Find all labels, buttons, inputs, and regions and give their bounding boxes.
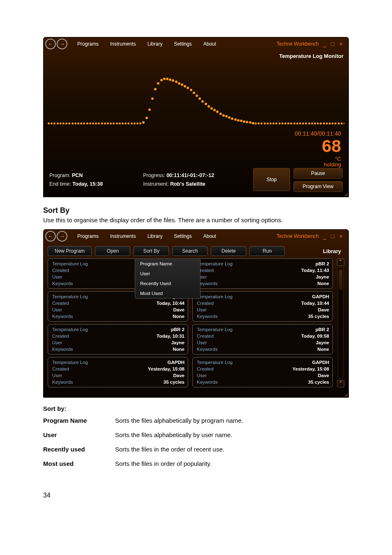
program-card[interactable]: Temperature LogGAPDHCreatedYesterday, 15… bbox=[192, 357, 333, 387]
definition-desc: Sorts the files in order of popularity. bbox=[115, 460, 212, 467]
menu-settings[interactable]: Settings bbox=[174, 233, 191, 239]
chart-dot bbox=[89, 122, 91, 124]
run-button[interactable]: Run bbox=[249, 246, 285, 256]
nav-back-button[interactable]: ← bbox=[45, 231, 56, 242]
chart-dot bbox=[314, 122, 316, 124]
nav-back-button[interactable]: ← bbox=[45, 39, 56, 49]
card-title: pBR 2 bbox=[316, 261, 329, 266]
chart-dot bbox=[175, 81, 178, 83]
card-created-value: Today, 10:44 bbox=[157, 301, 184, 306]
scroll-thumb[interactable] bbox=[339, 269, 342, 290]
card-created-value: Today, 10:44 bbox=[301, 301, 329, 306]
chart-dot bbox=[119, 122, 121, 124]
chart-dot bbox=[326, 122, 328, 124]
menu-programs[interactable]: Programs bbox=[77, 233, 99, 239]
sort-by-button[interactable]: Sort By bbox=[134, 246, 169, 256]
sort-option-user[interactable]: User bbox=[135, 269, 200, 279]
nav-forward-button[interactable]: → bbox=[57, 39, 67, 49]
chart-dot bbox=[210, 107, 213, 110]
open-button[interactable]: Open bbox=[95, 246, 130, 256]
card-type: Temperature Log bbox=[52, 261, 88, 266]
resize-grip-icon[interactable] bbox=[343, 391, 348, 396]
chart-dot bbox=[267, 122, 269, 124]
definition-desc: Sorts the files alphabetically by user n… bbox=[115, 431, 232, 438]
sort-option-program-name[interactable]: Program Name bbox=[135, 259, 200, 269]
sort-by-dropdown[interactable]: Program Name User Recently Used Most Use… bbox=[135, 258, 201, 299]
chart-dot bbox=[151, 97, 154, 100]
pause-button[interactable]: Pause bbox=[293, 168, 343, 179]
window-controls[interactable]: _ □ × bbox=[323, 41, 344, 47]
chart-dot bbox=[169, 78, 171, 81]
search-button[interactable]: Search bbox=[172, 246, 208, 256]
instrument-value: Rob's Satellite bbox=[170, 181, 205, 187]
scroll-down-button[interactable]: ˅ bbox=[337, 380, 344, 387]
chart-dot bbox=[101, 122, 103, 124]
chart-dot bbox=[131, 122, 133, 124]
chart-dot bbox=[139, 122, 141, 124]
stop-button[interactable]: Stop bbox=[253, 168, 290, 191]
card-user-label: User bbox=[52, 274, 62, 279]
program-card[interactable]: Temperature LogpBR 2CreatedToday, 09:58U… bbox=[192, 324, 333, 355]
scrollbar[interactable]: ˄ ˅ bbox=[337, 258, 344, 387]
menu-programs[interactable]: Programs bbox=[77, 41, 99, 47]
program-card[interactable]: Temperature LogpBR 2CreatedToday, 11:43U… bbox=[192, 258, 333, 289]
chart-dot bbox=[320, 122, 322, 124]
sort-option-most-used[interactable]: Most Used bbox=[135, 288, 200, 298]
progress-value: 00:11:41/-01:-07:-12 bbox=[166, 173, 214, 178]
chart-dot bbox=[51, 122, 53, 124]
card-title: pBR 2 bbox=[316, 327, 329, 332]
chart-dot bbox=[107, 122, 109, 124]
delete-button[interactable]: Delete bbox=[211, 246, 246, 256]
card-created-value: Today, 10:31 bbox=[157, 334, 184, 339]
chart-dot bbox=[284, 122, 286, 124]
instrument-label: Instrument: bbox=[143, 181, 169, 187]
card-created-label: Created bbox=[52, 334, 69, 339]
temperature-stats: 00:11:40/00:11:40 68 °C holding bbox=[44, 128, 348, 168]
chart-dot bbox=[317, 122, 319, 124]
menu-settings[interactable]: Settings bbox=[174, 41, 191, 47]
menu-library[interactable]: Library bbox=[148, 41, 163, 47]
card-type: Temperature Log bbox=[197, 294, 233, 299]
card-keywords-label: Keywords bbox=[197, 347, 218, 352]
menu-about[interactable]: About bbox=[203, 233, 216, 239]
card-keywords-value: None bbox=[317, 347, 329, 352]
menu-instruments[interactable]: Instruments bbox=[110, 41, 136, 47]
resize-grip-icon[interactable] bbox=[343, 191, 348, 196]
card-user-value: Dave bbox=[173, 373, 185, 378]
scroll-up-button[interactable]: ˄ bbox=[337, 258, 344, 266]
card-created-label: Created bbox=[197, 334, 214, 339]
window-controls[interactable]: _ □ × bbox=[323, 233, 344, 240]
chart-dot bbox=[201, 100, 204, 103]
scroll-track[interactable] bbox=[338, 267, 344, 378]
program-card[interactable]: Temperature LogGAPDHCreatedYesterday, 15… bbox=[48, 357, 188, 387]
menu-about[interactable]: About bbox=[203, 41, 216, 47]
chart-dot bbox=[255, 122, 257, 124]
chart-dot bbox=[53, 122, 55, 124]
chart-dot bbox=[190, 89, 192, 91]
sortby-intro: Use this to organise the display order o… bbox=[43, 216, 351, 223]
chart-dot bbox=[305, 122, 307, 124]
card-keywords-value: 35 cycles bbox=[164, 380, 184, 385]
chart-dot bbox=[48, 122, 50, 124]
elapsed-time: 00:11:40/00:11:40 bbox=[44, 131, 341, 137]
program-view-button[interactable]: Program View bbox=[293, 181, 343, 192]
menu-library[interactable]: Library bbox=[148, 233, 163, 239]
chart-dot bbox=[296, 122, 298, 124]
new-program-button[interactable]: New Program bbox=[48, 246, 92, 256]
card-user-label: User bbox=[52, 340, 62, 345]
temperature-unit: °C bbox=[44, 156, 341, 162]
card-title: GAPDH bbox=[312, 294, 329, 299]
chart-dot bbox=[338, 122, 340, 124]
chart-dot bbox=[86, 122, 88, 124]
chart-dot bbox=[222, 114, 225, 117]
library-label: Library bbox=[323, 248, 344, 254]
chart-dot bbox=[184, 85, 186, 88]
chart-dot bbox=[246, 121, 248, 123]
definition-desc: Sorts the files alphabetically by progra… bbox=[115, 417, 243, 424]
menu-instruments[interactable]: Instruments bbox=[110, 233, 136, 239]
program-card[interactable]: Temperature LogGAPDHCreatedToday, 10:44U… bbox=[192, 291, 333, 322]
nav-forward-button[interactable]: → bbox=[57, 231, 67, 242]
program-card[interactable]: Temperature LogpBR 2CreatedToday, 10:31U… bbox=[48, 324, 188, 355]
sort-option-recently-used[interactable]: Recently Used bbox=[135, 279, 200, 288]
chart-dot bbox=[329, 122, 331, 124]
